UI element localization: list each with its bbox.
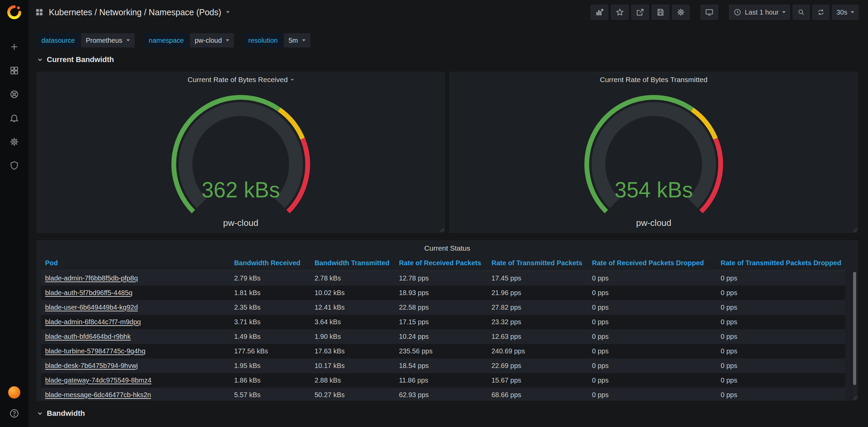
datasource-value: Prometheus <box>86 37 122 44</box>
magnifier-icon <box>797 8 805 16</box>
table-scrollbar[interactable] <box>853 272 856 397</box>
sidebar-item-profile[interactable] <box>7 386 21 399</box>
clock-icon <box>733 8 742 16</box>
cycle-view-button[interactable] <box>701 5 718 20</box>
column-header[interactable]: Bandwidth Transmitted <box>311 256 395 271</box>
pod-cell: blade-user-6b649449b4-kq92d <box>41 300 230 315</box>
section-title: Bandwidth <box>47 409 85 418</box>
table-cell: 5.57 kBs <box>230 388 310 401</box>
table-cell: 0 pps <box>716 271 845 286</box>
table-cell: 12.78 pps <box>395 271 488 286</box>
pod-cell: blade-admin-7f6bb8f5db-pfp8q <box>41 271 230 286</box>
time-range-button[interactable]: Last 1 hour <box>729 5 790 20</box>
pod-link[interactable]: blade-message-6dc46477cb-hks2n <box>45 391 151 399</box>
table-cell: 2.35 kBs <box>230 300 310 315</box>
table-cell: 0 pps <box>716 358 845 373</box>
variable-namespace: namespace pw-cloud <box>144 33 234 47</box>
gear-icon <box>676 8 685 17</box>
pod-cell: blade-auth-bfd6464bd-r9bhk <box>41 329 230 344</box>
table-cell: 21.96 pps <box>487 286 588 300</box>
namespace-select[interactable]: pw-cloud <box>190 33 234 47</box>
table-cell: 27.82 pps <box>487 300 588 315</box>
grafana-logo[interactable] <box>6 4 22 20</box>
sidebar <box>0 0 28 427</box>
table-header-row: PodBandwidth ReceivedBandwidth Transmitt… <box>41 256 845 271</box>
table-cell: 0 pps <box>716 286 845 300</box>
dashboard-settings-button[interactable] <box>672 5 690 20</box>
column-header[interactable]: Rate of Received Packets Dropped <box>588 256 717 271</box>
pod-link[interactable]: blade-user-6b649449b4-kq92d <box>45 304 138 311</box>
panel-title-text: Current Rate of Bytes Transmitted <box>600 76 707 84</box>
table-cell: 1.95 kBs <box>230 358 310 373</box>
sidebar-item-server-admin[interactable] <box>7 159 21 172</box>
column-header[interactable]: Pod <box>41 256 230 271</box>
refresh-interval-label: 30s <box>836 8 847 16</box>
share-button[interactable] <box>631 5 649 20</box>
pod-link[interactable]: blade-auth-bfd6464bd-r9bhk <box>45 333 131 340</box>
save-button[interactable] <box>652 5 669 20</box>
refresh-button[interactable] <box>812 5 829 20</box>
pod-link[interactable]: blade-gateway-74dc975549-8bmz4 <box>45 376 152 384</box>
table-cell: 22.58 pps <box>395 300 488 315</box>
table-cell: 1.49 kBs <box>230 329 310 344</box>
title-caret-icon[interactable] <box>226 11 230 13</box>
resolution-select[interactable]: 5m <box>284 33 310 47</box>
datasource-select[interactable]: Prometheus <box>81 33 135 47</box>
sidebar-item-dashboards[interactable] <box>7 64 21 77</box>
pod-cell: blade-admin-6f8c44c7f7-m9dpq <box>41 315 230 329</box>
table-cell: 3.71 kBs <box>230 315 310 329</box>
pod-link[interactable]: blade-admin-6f8c44c7f7-m9dpq <box>45 318 141 326</box>
table-cell: 23.32 pps <box>487 315 588 329</box>
table-row: blade-admin-6f8c44c7f7-m9dpq3.71 kBs3.64… <box>41 315 845 329</box>
chevron-down-icon <box>302 39 305 41</box>
chevron-down-icon <box>126 39 130 41</box>
section-bandwidth[interactable]: Bandwidth <box>37 406 858 421</box>
panel-title-text: Current Rate of Bytes Received <box>188 76 288 84</box>
sidebar-item-explore[interactable] <box>7 88 21 101</box>
column-header[interactable]: Rate of Received Packets <box>395 256 488 271</box>
bell-icon <box>9 113 19 123</box>
table-cell: 3.64 kBs <box>311 315 395 329</box>
section-current-bandwidth[interactable]: Current Bandwidth <box>37 52 858 67</box>
zoom-out-button[interactable] <box>793 5 810 20</box>
table-cell: 12.41 kBs <box>311 300 395 315</box>
namespace-value: pw-cloud <box>195 37 222 44</box>
dashboard-title[interactable]: Kubernetes / Networking / Namespace (Pod… <box>49 7 221 17</box>
table-cell: 0 pps <box>716 388 845 401</box>
pod-link[interactable]: blade-admin-7f6bb8f5db-pfp8q <box>45 274 138 282</box>
table-cell: 0 pps <box>588 271 717 286</box>
sidebar-item-configuration[interactable] <box>7 135 21 149</box>
pod-link[interactable]: blade-turbine-579847745c-9g4hq <box>45 347 145 355</box>
panel-menu-caret-icon[interactable] <box>291 79 294 81</box>
star-icon <box>615 8 624 17</box>
column-header[interactable]: Bandwidth Received <box>230 256 310 271</box>
panel-title[interactable]: Current Rate of Bytes Received <box>37 76 445 84</box>
table-cell: 18.93 pps <box>395 286 488 300</box>
panel-title[interactable]: Current Status <box>41 241 853 256</box>
table-cell: 12.63 pps <box>487 329 588 344</box>
current-status-panel: Current Status PodBandwidth ReceivedBand… <box>37 240 858 401</box>
table-cell: 240.69 pps <box>487 344 588 358</box>
sidebar-item-create[interactable] <box>7 40 21 54</box>
sidebar-item-alerting[interactable] <box>7 111 21 125</box>
table-row: blade-turbine-579847745c-9g4hq177.56 kBs… <box>41 344 845 358</box>
pod-link[interactable]: blade-desk-7b6475b794-9hvwj <box>45 362 138 369</box>
panel-title[interactable]: Current Rate of Bytes Transmitted <box>450 76 857 84</box>
table-cell: 2.88 kBs <box>311 373 395 388</box>
column-header[interactable]: Rate of Transmitted Packets <box>487 256 588 271</box>
pod-link[interactable]: blade-auth-5f7bd96ff5-4485q <box>45 289 133 296</box>
star-button[interactable] <box>611 5 629 20</box>
refresh-icon <box>817 8 825 16</box>
table-cell: 0 pps <box>716 329 845 344</box>
table-row: blade-user-6b649449b4-kq92d2.35 kBs12.41… <box>41 300 845 315</box>
table-cell: 0 pps <box>716 373 845 388</box>
scrollbar-thumb[interactable] <box>853 272 856 385</box>
gauge-panel-bytes-received: Current Rate of Bytes Received 362 kBs p… <box>37 72 445 233</box>
sidebar-item-help[interactable] <box>7 407 21 420</box>
table-cell: 0 pps <box>716 300 845 315</box>
gauge-value: 362 kBs <box>161 177 320 202</box>
refresh-interval-dropdown[interactable]: 30s <box>832 5 859 20</box>
table-cell: 0 pps <box>588 373 717 388</box>
column-header[interactable]: Rate of Transmitted Packets Dropped <box>716 256 845 271</box>
add-panel-button[interactable] <box>591 5 608 20</box>
